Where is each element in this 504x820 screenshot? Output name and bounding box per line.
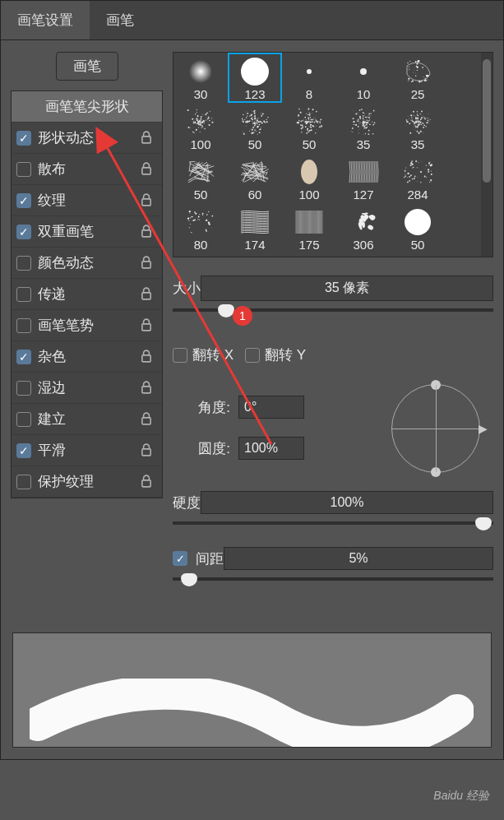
- brush-thumbnail-grid[interactable]: 3012381025100505035355060100127284801741…: [173, 52, 493, 257]
- brush-thumbnail[interactable]: 35: [336, 103, 391, 153]
- svg-point-648: [415, 125, 416, 126]
- brush-preset-button[interactable]: 画笔: [56, 52, 118, 81]
- option-checkbox[interactable]: [16, 256, 31, 271]
- option-item[interactable]: 传递: [12, 279, 162, 310]
- option-checkbox[interactable]: ✓: [16, 225, 31, 239]
- option-item[interactable]: ✓形状动态: [12, 123, 162, 154]
- svg-point-655: [418, 115, 419, 117]
- option-item[interactable]: ✓纹理: [12, 185, 162, 216]
- brush-thumbnail[interactable]: 100: [282, 153, 336, 203]
- roundness-value[interactable]: 100%: [238, 437, 304, 460]
- svg-point-574: [414, 130, 415, 131]
- svg-point-663: [407, 121, 409, 123]
- option-checkbox[interactable]: [16, 381, 31, 396]
- option-item[interactable]: ✓杂色: [12, 341, 162, 373]
- brush-thumbnail[interactable]: 8: [282, 53, 336, 103]
- svg-point-398: [309, 130, 311, 132]
- brush-thumbnail[interactable]: 50: [391, 203, 445, 253]
- lock-icon[interactable]: [141, 475, 154, 489]
- tab-brush-settings[interactable]: 画笔设置: [1, 1, 90, 39]
- option-checkbox[interactable]: [16, 162, 31, 177]
- option-item[interactable]: 颜色动态: [12, 248, 162, 279]
- option-item[interactable]: 保护纹理: [12, 466, 162, 498]
- option-item[interactable]: 建立: [12, 404, 162, 435]
- spacing-value[interactable]: 5%: [224, 547, 493, 570]
- tab-brushes[interactable]: 画笔: [90, 1, 150, 39]
- lock-icon[interactable]: [141, 193, 154, 208]
- option-checkbox[interactable]: ✓: [16, 131, 31, 146]
- lock-icon[interactable]: [141, 381, 154, 396]
- brush-size-label: 35: [336, 137, 391, 151]
- option-checkbox[interactable]: ✓: [16, 193, 31, 208]
- brush-thumbnail[interactable]: 100: [173, 103, 228, 153]
- lock-icon[interactable]: [141, 256, 154, 271]
- lock-icon[interactable]: [141, 287, 154, 302]
- svg-point-167: [192, 118, 193, 120]
- option-checkbox[interactable]: ✓: [16, 350, 31, 364]
- brush-thumbnail[interactable]: 80: [173, 203, 228, 253]
- option-checkbox[interactable]: [16, 318, 31, 333]
- brush-thumb-icon: [292, 56, 326, 87]
- lock-icon[interactable]: [141, 225, 154, 239]
- stroke-preview-icon: [30, 679, 474, 748]
- svg-point-643: [421, 110, 423, 112]
- svg-point-486: [365, 133, 366, 134]
- angle-value[interactable]: 0°: [238, 396, 304, 419]
- svg-point-149: [206, 119, 206, 120]
- slider-knob[interactable]: [181, 573, 197, 586]
- lock-icon[interactable]: [141, 131, 154, 146]
- scrollbar[interactable]: [481, 53, 492, 257]
- option-checkbox[interactable]: [16, 412, 31, 427]
- flip-y-checkbox[interactable]: [245, 348, 260, 363]
- option-brush-tip-shape[interactable]: 画笔笔尖形状: [12, 91, 162, 123]
- brush-thumbnail[interactable]: 10: [336, 53, 391, 103]
- spacing-checkbox[interactable]: ✓: [173, 551, 187, 566]
- lock-icon[interactable]: [141, 443, 154, 458]
- slider-knob[interactable]: [475, 517, 492, 530]
- brush-thumbnail[interactable]: 35: [391, 103, 445, 153]
- option-item[interactable]: ✓平滑: [12, 435, 162, 466]
- option-item[interactable]: 散布: [12, 154, 162, 185]
- spacing-slider[interactable]: [173, 577, 493, 591]
- slider-knob[interactable]: [218, 304, 234, 317]
- flip-x-checkbox[interactable]: [173, 348, 187, 363]
- angle-picker[interactable]: ▶: [386, 381, 493, 473]
- svg-point-298: [261, 123, 263, 124]
- lock-icon[interactable]: [141, 162, 154, 177]
- size-value[interactable]: 35 像素: [201, 276, 493, 301]
- hardness-slider[interactable]: [173, 521, 493, 535]
- option-item[interactable]: ✓双重画笔: [12, 216, 162, 248]
- lock-icon[interactable]: [141, 318, 154, 333]
- brush-thumbnail[interactable]: 25: [391, 53, 445, 103]
- brush-thumbnail[interactable]: 50: [228, 103, 282, 153]
- angle-handle-top[interactable]: [431, 380, 441, 390]
- svg-point-758: [412, 168, 413, 169]
- brush-thumbnail[interactable]: 60: [228, 153, 282, 203]
- brush-thumbnail[interactable]: 174: [228, 203, 282, 253]
- svg-point-400: [316, 122, 317, 123]
- brush-thumbnail[interactable]: 127: [336, 153, 391, 203]
- brush-thumbnail[interactable]: 123: [228, 53, 282, 103]
- svg-point-817: [194, 219, 196, 220]
- angle-handle-bottom[interactable]: [431, 467, 441, 477]
- svg-point-781: [414, 176, 416, 178]
- size-slider[interactable]: [173, 308, 493, 322]
- option-item[interactable]: 画笔笔势: [12, 310, 162, 341]
- svg-point-173: [198, 123, 200, 124]
- brush-thumbnail[interactable]: 30: [173, 53, 228, 103]
- svg-point-521: [363, 118, 363, 119]
- brush-thumbnail[interactable]: 306: [336, 203, 391, 253]
- option-item[interactable]: 湿边: [12, 373, 162, 404]
- brush-thumbnail[interactable]: 175: [282, 203, 336, 253]
- lock-icon[interactable]: [141, 350, 154, 364]
- option-checkbox[interactable]: [16, 475, 31, 489]
- brush-thumbnail[interactable]: 50: [282, 103, 336, 153]
- scrollbar-thumb[interactable]: [483, 59, 491, 183]
- brush-size-label: 127: [336, 188, 391, 202]
- hardness-value[interactable]: 100%: [201, 491, 493, 514]
- option-checkbox[interactable]: [16, 287, 31, 302]
- option-checkbox[interactable]: ✓: [16, 443, 31, 458]
- lock-icon[interactable]: [141, 412, 154, 427]
- brush-thumbnail[interactable]: 50: [173, 153, 228, 203]
- brush-thumbnail[interactable]: 284: [391, 153, 445, 203]
